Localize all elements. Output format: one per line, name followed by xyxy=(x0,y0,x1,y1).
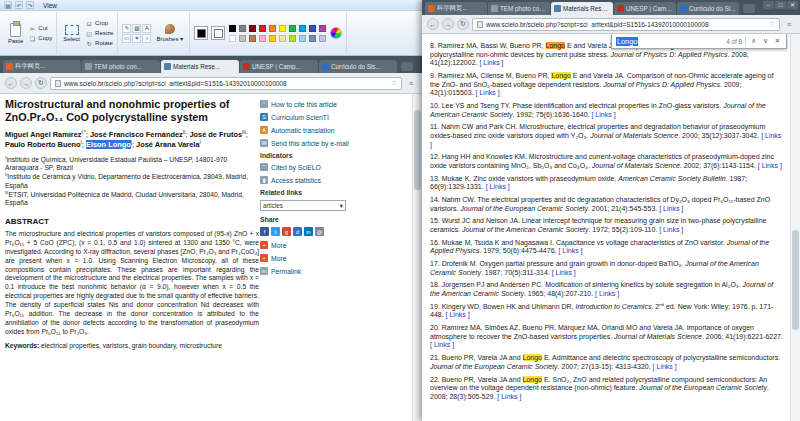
color-swatch[interactable] xyxy=(248,34,257,43)
color-swatch[interactable] xyxy=(288,34,297,43)
new-tab-button[interactable] xyxy=(401,62,413,71)
select-button[interactable]: Select xyxy=(61,24,82,43)
service-item-addthis[interactable]: +More xyxy=(260,241,402,249)
copy-button[interactable]: ❏Copy xyxy=(28,34,52,42)
color-swatch[interactable] xyxy=(308,34,317,43)
bookmark-star-icon[interactable]: ☆ xyxy=(391,79,397,87)
links-link[interactable]: [ Links ] xyxy=(591,111,615,118)
color-swatch[interactable] xyxy=(318,34,327,43)
email-share-icon[interactable]: @ xyxy=(315,227,324,236)
service-item-addthis[interactable]: +More xyxy=(260,254,402,262)
color-swatch[interactable] xyxy=(228,34,237,43)
eraser-icon[interactable]: ▭ xyxy=(122,34,131,43)
browser-tab[interactable]: Materials Rese... xyxy=(551,2,613,15)
color-swatch[interactable] xyxy=(278,24,287,33)
rotate-button[interactable]: ↻Rotate xyxy=(85,39,113,47)
bookmark-star-icon[interactable]: ☆ xyxy=(769,20,775,28)
service-item-curriculum-scienti[interactable]: SCurriculum ScienTI xyxy=(260,113,402,121)
browser-tab[interactable]: 科学网页... xyxy=(3,60,81,73)
delicious-icon[interactable]: d xyxy=(293,227,302,236)
links-link[interactable]: [ Links ] xyxy=(430,341,454,348)
service-item-cited-by[interactable]: ”Cited by SciELO xyxy=(260,163,402,171)
refresh-button[interactable]: ↻ xyxy=(35,77,47,89)
color2-well[interactable] xyxy=(211,26,225,40)
links-link[interactable]: [ Links ] xyxy=(595,290,619,297)
googleplus-icon[interactable]: g xyxy=(282,227,291,236)
paste-button[interactable]: Paste xyxy=(6,22,25,45)
color-swatch[interactable] xyxy=(298,24,307,33)
magnifier-icon[interactable]: ○ xyxy=(142,34,151,43)
scrollbar-thumb[interactable] xyxy=(414,110,421,190)
browser-tab[interactable]: Materials Rese... xyxy=(161,60,239,73)
links-link[interactable]: [ Links ] xyxy=(659,226,683,233)
color-swatch[interactable] xyxy=(258,34,267,43)
paint-view-tab[interactable]: View xyxy=(37,2,63,9)
cut-button[interactable]: ✂Cut xyxy=(28,24,52,32)
service-item-mail[interactable]: ✉Send this article by e-mail xyxy=(260,139,402,147)
color-picker-icon[interactable]: ✶ xyxy=(132,34,141,43)
text-icon[interactable]: A xyxy=(142,24,151,33)
browser-menu-icon[interactable]: ≡ xyxy=(405,80,417,87)
forward-button[interactable]: → xyxy=(442,18,454,30)
browser-tab[interactable]: Curriculo do Si... xyxy=(677,2,739,15)
color-swatch[interactable] xyxy=(298,34,307,43)
brushes-button[interactable]: Brushes ▾ xyxy=(154,23,185,43)
color-swatch[interactable] xyxy=(238,34,247,43)
undo-icon[interactable]: ↶ xyxy=(15,1,23,9)
color-swatch[interactable] xyxy=(268,24,277,33)
links-link[interactable]: [ Links ] xyxy=(486,183,510,190)
refresh-button[interactable]: ↻ xyxy=(457,18,469,30)
browser-menu-icon[interactable]: ≡ xyxy=(783,21,795,28)
service-item-cite[interactable]: "How to cite this article xyxy=(260,100,402,108)
pencil-icon[interactable]: ✎ xyxy=(122,24,131,33)
find-next-button[interactable]: ∨ xyxy=(761,37,770,45)
links-link[interactable]: [ Links ] xyxy=(497,393,521,400)
browser-tab[interactable]: UNESP | Camp... xyxy=(614,2,676,15)
related-articles-select[interactable]: articles▾ xyxy=(260,200,346,211)
color-swatch[interactable] xyxy=(238,24,247,33)
links-link[interactable]: [ Links ] xyxy=(446,311,470,318)
links-link[interactable]: [ Links ] xyxy=(479,59,503,66)
service-item-permalink[interactable]: ∞Permalink xyxy=(260,267,402,275)
find-previous-button[interactable]: ∧ xyxy=(749,37,758,45)
color-swatch[interactable] xyxy=(268,34,277,43)
twitter-icon[interactable]: t xyxy=(271,227,280,236)
maximize-button[interactable]: □ xyxy=(775,1,786,9)
color-swatch[interactable] xyxy=(248,24,257,33)
browser-tab[interactable]: UNESP | Camp... xyxy=(240,60,318,73)
linkedin-icon[interactable]: in xyxy=(304,227,313,236)
facebook-icon[interactable]: f xyxy=(260,227,269,236)
browser-tab[interactable]: Curriculo do Sis... xyxy=(319,60,397,73)
browser-tab[interactable]: TEM photo con... xyxy=(488,2,550,15)
address-bar[interactable]: www.scielo.br/scielo.php?script=sci_artt… xyxy=(472,18,780,31)
crop-button[interactable]: ⊡Crop xyxy=(85,19,113,27)
right-scrollbar[interactable] xyxy=(790,34,800,421)
save-icon[interactable]: ▤ xyxy=(4,1,12,9)
find-close-button[interactable]: ✕ xyxy=(773,37,782,45)
links-link[interactable]: [ Links ] xyxy=(653,363,677,370)
service-item-stats[interactable]: ▮Access statistics xyxy=(260,176,402,184)
resize-button[interactable]: ◱Resize xyxy=(85,29,113,37)
browser-tab[interactable]: 科学网页... xyxy=(425,2,487,15)
color1-well[interactable] xyxy=(194,26,208,40)
links-link[interactable]: [ Links ] xyxy=(659,205,683,212)
new-tab-button[interactable] xyxy=(743,4,755,13)
back-button[interactable]: ← xyxy=(5,77,17,89)
forward-button[interactable]: → xyxy=(20,77,32,89)
links-link[interactable]: [ Links ] xyxy=(476,89,500,96)
minimize-button[interactable]: – xyxy=(763,1,774,9)
edit-colors-icon[interactable] xyxy=(330,27,342,39)
color-swatch[interactable] xyxy=(278,34,287,43)
left-scrollbar[interactable] xyxy=(412,94,422,421)
browser-tab[interactable]: TEM photo con... xyxy=(82,60,160,73)
links-link[interactable]: [ Links ] xyxy=(758,162,782,169)
service-item-translate[interactable]: AAutomatic translation xyxy=(260,126,402,134)
color-swatch[interactable] xyxy=(288,24,297,33)
color-swatch[interactable] xyxy=(258,24,267,33)
back-button[interactable]: ← xyxy=(427,18,439,30)
fill-icon[interactable]: ▨ xyxy=(132,24,141,33)
color-swatch[interactable] xyxy=(318,24,327,33)
scrollbar-thumb[interactable] xyxy=(792,230,799,330)
find-input[interactable]: Longo xyxy=(616,37,638,46)
links-link[interactable]: [ Links ] xyxy=(558,247,582,254)
